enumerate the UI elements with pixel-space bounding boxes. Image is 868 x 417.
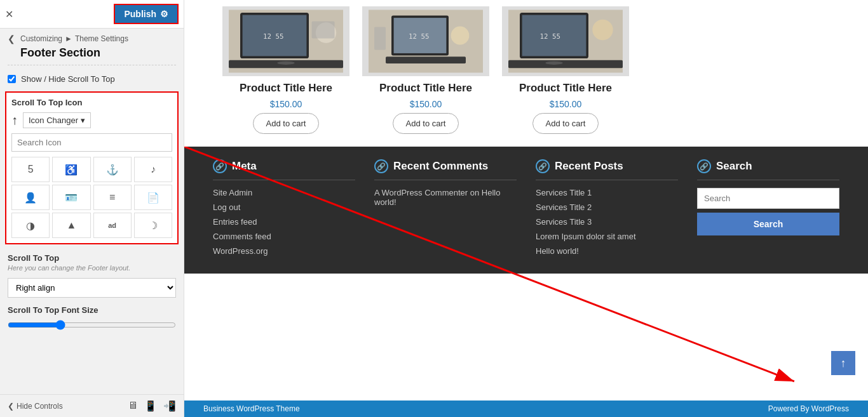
posts-link-4[interactable]: Hello world! [536, 246, 678, 256]
add-to-cart-button-1[interactable]: Add to cart [393, 113, 459, 134]
icon-cell-1[interactable]: ♿ [52, 157, 90, 182]
scroll-to-top-label: Scroll To Top [0, 248, 184, 263]
icon-cell-3[interactable]: ♪ [134, 157, 172, 182]
footer-layout-hint: Here you can change the Footer layout. [0, 263, 184, 275]
icon-cell-10[interactable]: ad [93, 213, 132, 238]
hide-controls-label: Hide Controls [17, 402, 63, 411]
svg-point-13 [451, 27, 470, 45]
arrow-up-preview-icon: ↑ [11, 113, 18, 128]
icon-cell-0[interactable]: 5 [11, 157, 50, 182]
desktop-icon[interactable]: 🖥 [128, 400, 138, 412]
icon-cell-6[interactable]: ≡ [93, 185, 132, 210]
meta-heading-text: Meta [232, 160, 257, 173]
product-title-1: Product Title Here [379, 81, 472, 95]
comments-divider [374, 180, 517, 180]
panel-divider [8, 65, 176, 65]
footer-bottom-left: Business WordPress Theme [203, 404, 300, 413]
icon-changer-label: Icon Changer [29, 116, 78, 125]
meta-divider [213, 180, 355, 180]
add-to-cart-button-0[interactable]: Add to cart [253, 113, 320, 134]
breadcrumb-part2: Theme Settings [75, 34, 128, 43]
icon-changer-dropdown[interactable]: Icon Changer ▾ [23, 112, 91, 128]
footer-heading-search: 🔗 Search [697, 159, 839, 173]
product-image-0: 12 55 [222, 6, 349, 76]
icon-cell-7[interactable]: 📄 [134, 185, 172, 210]
publish-label: Publish [124, 9, 156, 19]
back-arrow-icon[interactable]: ❮ [8, 34, 15, 44]
footer-bottom-right: Powered By WordPress [768, 404, 849, 413]
top-bar: ✕ Publish ⚙ [0, 0, 184, 29]
chevron-down-icon: ▾ [81, 116, 85, 125]
footer-col-comments: 🔗 Recent Comments A WordPress Commenter … [365, 159, 526, 261]
footer-heading-comments: 🔗 Recent Comments [374, 159, 517, 173]
scroll-top-icon-section: Scroll To Top Icon ↑ Icon Changer ▾ 5 ♿ … [5, 91, 179, 244]
mobile-icon[interactable]: 📲 [163, 400, 176, 412]
search-divider [697, 180, 839, 180]
footer-search-button[interactable]: Search [697, 213, 839, 235]
breadcrumb-part1: Customizing [20, 34, 62, 43]
product-price-2: $150.00 [550, 99, 582, 109]
icon-cell-5[interactable]: 🪪 [52, 185, 90, 210]
gear-icon: ⚙ [160, 9, 168, 19]
meta-link-2[interactable]: Entries feed [213, 217, 355, 227]
show-hide-checkbox[interactable] [8, 75, 16, 83]
footer-search-input[interactable] [697, 188, 839, 209]
search-heading-text: Search [716, 160, 752, 173]
show-hide-label: Show / Hide Scroll To Top [21, 74, 115, 84]
device-icons: 🖥 📱 📲 [128, 400, 176, 412]
icon-cell-9[interactable]: ▲ [52, 213, 90, 238]
svg-text:12 55: 12 55 [409, 32, 429, 41]
svg-rect-14 [374, 27, 386, 50]
add-to-cart-button-2[interactable]: Add to cart [532, 113, 599, 134]
icon-cell-2[interactable]: ⚓ [93, 157, 132, 182]
section-title: Footer Section [0, 45, 184, 65]
meta-link-0[interactable]: Site Admin [213, 188, 355, 197]
svg-text:12 55: 12 55 [263, 32, 283, 41]
align-select[interactable]: Right align Left align Center align [8, 278, 176, 298]
svg-point-20 [592, 20, 613, 40]
comments-icon: 🔗 [374, 159, 388, 173]
publish-button[interactable]: Publish ⚙ [114, 4, 179, 24]
icon-grid: 5 ♿ ⚓ ♪ 👤 🪪 ≡ 📄 ◑ ▲ ad ☽ [11, 157, 172, 238]
footer-wrapper: 🔗 Meta Site Admin Log out Entries feed C… [184, 147, 868, 400]
product-price-0: $150.00 [270, 99, 302, 109]
posts-link-1[interactable]: Services Title 2 [536, 202, 678, 212]
posts-link-3[interactable]: Lorem Ipsum dolor sit amet [536, 232, 678, 241]
font-size-slider[interactable] [8, 320, 176, 330]
icon-cell-4[interactable]: 👤 [11, 185, 50, 210]
footer-bottom-bar: Business WordPress Theme Powered By Word… [184, 400, 868, 417]
footer-col-posts: 🔗 Recent Posts Services Title 1 Services… [526, 159, 688, 261]
footer-heading-meta: 🔗 Meta [213, 159, 355, 173]
comments-heading-text: Recent Comments [393, 160, 488, 173]
svg-point-19 [546, 62, 563, 65]
comments-link-0[interactable]: A WordPress Commenter on Hello world! [374, 188, 517, 207]
icon-cell-8[interactable]: ◑ [11, 213, 50, 238]
posts-link-2[interactable]: Services Title 3 [536, 217, 678, 227]
product-card-1: 12 55 Product Title Here $150.00 Add to … [362, 6, 489, 134]
hide-controls-button[interactable]: ❮ Hide Controls [8, 402, 63, 411]
meta-icon: 🔗 [213, 159, 227, 173]
meta-link-3[interactable]: Comments feed [213, 232, 355, 241]
product-title-0: Product Title Here [240, 81, 332, 95]
products-section: 12 55 Product Title Here $150.00 Add to … [184, 0, 868, 147]
posts-link-0[interactable]: Services Title 1 [536, 188, 678, 197]
breadcrumb: ❮ Customizing ► Theme Settings [0, 29, 184, 45]
posts-divider [536, 180, 678, 180]
icon-changer-row: ↑ Icon Changer ▾ [11, 112, 172, 128]
search-icon-input[interactable] [11, 133, 172, 152]
icon-cell-11[interactable]: ☽ [134, 213, 172, 238]
hide-controls-back-icon: ❮ [8, 402, 14, 411]
footer-section: 🔗 Meta Site Admin Log out Entries feed C… [184, 147, 868, 274]
breadcrumb-separator: ► [65, 34, 72, 43]
product-image-2: 12 55 [502, 6, 629, 76]
search-icon-footer: 🔗 [697, 159, 711, 173]
product-card-0: 12 55 Product Title Here $150.00 Add to … [222, 6, 349, 134]
footer-col-meta: 🔗 Meta Site Admin Log out Entries feed C… [203, 159, 365, 261]
close-icon[interactable]: ✕ [5, 8, 13, 20]
meta-link-4[interactable]: WordPress.org [213, 246, 355, 256]
meta-link-1[interactable]: Log out [213, 202, 355, 212]
panel-scroll-area: ❮ Customizing ► Theme Settings Footer Se… [0, 29, 184, 417]
tablet-icon[interactable]: 📱 [144, 400, 157, 412]
svg-text:12 55: 12 55 [540, 32, 560, 41]
scroll-to-top-button[interactable]: ↑ [831, 351, 855, 375]
